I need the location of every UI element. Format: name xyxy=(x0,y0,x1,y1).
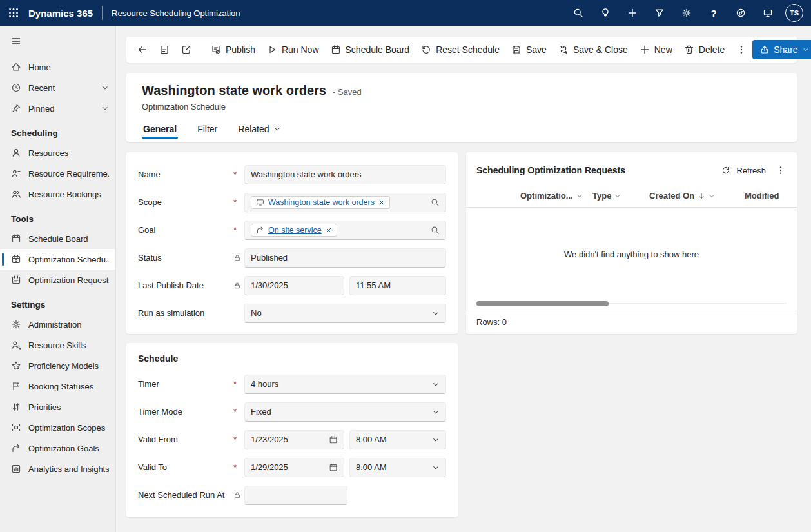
search-icon[interactable] xyxy=(565,0,592,26)
chart-icon xyxy=(11,464,21,474)
trash-icon xyxy=(684,44,694,55)
sidebar-item-booking-statuses[interactable]: Booking Statuses xyxy=(0,376,115,397)
sidebar-item-recent[interactable]: Recent xyxy=(0,77,115,98)
horizontal-scrollbar[interactable] xyxy=(476,300,787,307)
column-header-created-on[interactable]: Created On xyxy=(649,191,745,201)
chevron-down-icon xyxy=(614,193,621,199)
app-launcher-button[interactable] xyxy=(0,0,27,26)
column-header-type[interactable]: Type xyxy=(592,191,649,201)
user-avatar[interactable]: TS xyxy=(785,4,803,22)
panel-more-options-button[interactable] xyxy=(771,161,790,179)
column-header-modified[interactable]: Modified xyxy=(745,191,797,201)
tab-filter[interactable]: Filter xyxy=(196,120,219,142)
lookup-search-icon[interactable] xyxy=(431,226,440,235)
save-icon xyxy=(511,44,522,55)
brand-title[interactable]: Dynamics 365 xyxy=(28,8,93,19)
next-scheduled-run-input[interactable] xyxy=(244,486,347,505)
settings-gear-icon[interactable] xyxy=(673,0,700,26)
general-form-card: Name Washington state work orders Scope … xyxy=(126,152,458,334)
tab-general[interactable]: General xyxy=(142,120,178,142)
calendar-icon xyxy=(331,44,341,55)
filter-icon[interactable] xyxy=(646,0,673,26)
back-button[interactable] xyxy=(132,40,153,59)
column-header-optimization[interactable]: Optimizatio... xyxy=(520,191,592,201)
sidebar-item-resource-skills[interactable]: Resource Skills xyxy=(0,335,115,355)
sidebar-item-optimization-goals[interactable]: Optimization Goals xyxy=(0,438,115,458)
sidebar-item-pinned[interactable]: Pinned xyxy=(0,98,115,119)
home-icon xyxy=(11,62,21,72)
scope-lookup-pill[interactable]: Washington state work orders xyxy=(251,196,390,209)
sidebar-item-optimization-requests[interactable]: Optimization Requests xyxy=(0,270,115,290)
publish-button[interactable]: Publish xyxy=(205,40,261,59)
publish-icon xyxy=(211,44,221,55)
scope-icon xyxy=(11,422,21,433)
status-input[interactable]: Published xyxy=(244,248,446,268)
goal-record-link[interactable]: On site service xyxy=(268,226,322,235)
valid-from-date-input[interactable]: 1/23/2025 xyxy=(244,430,344,449)
chevron-down-icon[interactable] xyxy=(101,84,109,92)
add-icon[interactable] xyxy=(619,0,646,26)
name-input[interactable]: Washington state work orders xyxy=(244,165,446,184)
more-commands-button[interactable] xyxy=(730,40,752,59)
popout-button[interactable] xyxy=(175,40,197,59)
requests-panel-title: Scheduling Optimization Requests xyxy=(476,165,716,175)
field-row-timer: Timer 4 hours xyxy=(138,370,446,398)
record-list-button[interactable] xyxy=(153,40,175,59)
calendar-picker-icon[interactable] xyxy=(329,435,338,444)
lightbulb-icon[interactable] xyxy=(592,0,619,26)
run-now-button[interactable]: Run Now xyxy=(261,40,325,59)
goal-lookup-pill[interactable]: On site service xyxy=(251,224,337,237)
sidebar-toggle-button[interactable] xyxy=(0,30,32,53)
sidebar-item-resource-requirements[interactable]: Resource Requireme... xyxy=(0,163,115,184)
scope-lookup-field[interactable]: Washington state work orders xyxy=(244,193,446,212)
tab-related[interactable]: Related xyxy=(237,120,282,142)
save-button[interactable]: Save xyxy=(505,40,552,59)
scrollbar-thumb[interactable] xyxy=(476,301,609,306)
goal-lookup-field[interactable]: On site service xyxy=(244,221,446,240)
new-button[interactable]: New xyxy=(634,40,678,59)
undo-icon xyxy=(421,44,431,55)
field-label: Timer xyxy=(138,379,233,389)
compass-icon[interactable] xyxy=(727,0,754,26)
scope-record-link[interactable]: Washington state work orders xyxy=(268,198,375,207)
help-icon[interactable]: ? xyxy=(700,0,727,26)
last-publish-date-input[interactable]: 1/30/2025 xyxy=(244,276,344,295)
sidebar: Home Recent Pinned Scheduling Resources … xyxy=(0,26,116,532)
run-as-simulation-dropdown[interactable]: No xyxy=(244,304,446,323)
device-icon[interactable] xyxy=(754,0,781,26)
sidebar-item-schedule-board[interactable]: Schedule Board xyxy=(0,228,115,249)
sidebar-item-resources[interactable]: Resources xyxy=(0,143,115,163)
required-marker xyxy=(233,435,244,444)
sidebar-item-home[interactable]: Home xyxy=(0,57,115,77)
required-marker xyxy=(233,379,244,389)
sidebar-item-analytics-insights[interactable]: Analytics and Insights xyxy=(0,458,115,479)
field-label: Goal xyxy=(138,225,233,235)
sidebar-item-priorities[interactable]: Priorities xyxy=(0,397,115,417)
calendar-picker-icon[interactable] xyxy=(329,463,338,472)
app-name[interactable]: Resource Scheduling Optimization xyxy=(112,8,240,18)
last-publish-time-input[interactable]: 11:55 AM xyxy=(349,276,446,295)
timer-dropdown[interactable]: 4 hours xyxy=(244,375,446,394)
schedule-board-button[interactable]: Schedule Board xyxy=(325,40,416,59)
field-row-next-scheduled-run: Next Scheduled Run At xyxy=(138,481,446,509)
save-and-close-button[interactable]: Save & Close xyxy=(552,40,634,59)
sidebar-item-resource-bookings[interactable]: Resource Bookings xyxy=(0,184,115,204)
sidebar-item-optimization-schedules[interactable]: Optimization Schedu... xyxy=(0,249,115,270)
share-button[interactable]: Share xyxy=(752,40,811,59)
valid-from-time-dropdown[interactable]: 8:00 AM xyxy=(349,430,446,449)
timer-mode-dropdown[interactable]: Fixed xyxy=(244,402,446,422)
sidebar-item-proficiency-models[interactable]: Proficiency Models xyxy=(0,355,115,376)
remove-goal-icon[interactable] xyxy=(326,227,332,233)
field-label: Status xyxy=(138,253,233,262)
refresh-button[interactable]: Refresh xyxy=(716,163,771,178)
chevron-down-icon xyxy=(432,380,440,388)
lookup-search-icon[interactable] xyxy=(431,198,440,207)
remove-scope-icon[interactable] xyxy=(378,199,385,206)
chevron-down-icon[interactable] xyxy=(101,104,109,112)
sidebar-item-optimization-scopes[interactable]: Optimization Scopes xyxy=(0,417,115,438)
valid-to-time-dropdown[interactable]: 8:00 AM xyxy=(349,458,446,477)
delete-button[interactable]: Delete xyxy=(678,40,730,59)
valid-to-date-input[interactable]: 1/29/2025 xyxy=(244,458,344,477)
reset-schedule-button[interactable]: Reset Schedule xyxy=(415,40,505,59)
sidebar-item-administration[interactable]: Administration xyxy=(0,314,115,335)
